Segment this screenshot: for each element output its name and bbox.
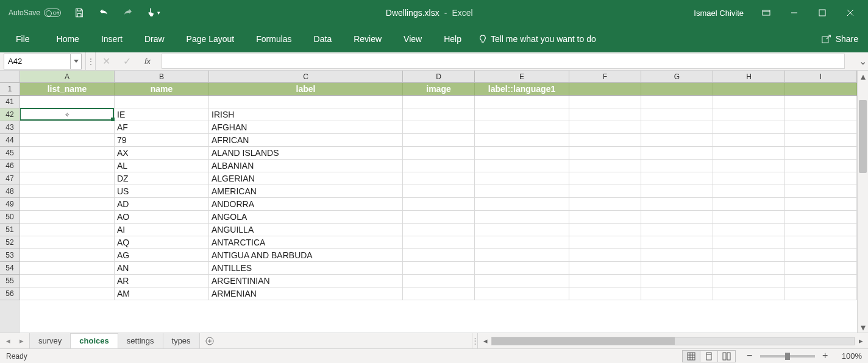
sheet-tab-survey[interactable]: survey	[30, 333, 71, 348]
cell-H53[interactable]	[713, 249, 785, 262]
row-header-52[interactable]: 52	[0, 236, 20, 249]
tab-insert[interactable]: Insert	[90, 26, 133, 52]
cell-F41[interactable]	[569, 96, 641, 108]
cell-E56[interactable]	[475, 287, 569, 300]
cell-E41[interactable]	[475, 96, 569, 108]
tab-formulas[interactable]: Formulas	[245, 26, 302, 52]
cell-G47[interactable]	[641, 172, 713, 185]
h-scroll-thumb[interactable]	[492, 337, 675, 345]
cell-C41[interactable]	[209, 96, 403, 108]
cell-G46[interactable]	[641, 160, 713, 172]
sheet-nav-next[interactable]: ▸	[15, 336, 28, 345]
cell-G41[interactable]	[641, 96, 713, 108]
cell-C43[interactable]: AFGHAN	[209, 121, 403, 134]
cell-F47[interactable]	[569, 172, 641, 185]
cell-F49[interactable]	[569, 198, 641, 211]
cell-H49[interactable]	[713, 198, 785, 211]
cell-G53[interactable]	[641, 249, 713, 262]
cell-F54[interactable]	[569, 262, 641, 275]
cell-G44[interactable]	[641, 134, 713, 147]
autosave-toggle[interactable]: AutoSave Off	[9, 9, 61, 17]
cell-A53[interactable]	[20, 249, 115, 262]
share-button[interactable]: Share	[821, 33, 868, 44]
cell-C52[interactable]: ANTARCTICA	[209, 236, 403, 249]
row-header-51[interactable]: 51	[0, 224, 20, 236]
cell-I54[interactable]	[785, 262, 857, 275]
ribbon-display-button[interactable]	[752, 0, 780, 26]
header-cell-I[interactable]	[785, 83, 857, 96]
cell-A50[interactable]	[20, 211, 115, 224]
cell-I44[interactable]	[785, 134, 857, 147]
tab-data[interactable]: Data	[303, 26, 343, 52]
cell-B53[interactable]: AG	[115, 249, 209, 262]
cell-E52[interactable]	[475, 236, 569, 249]
cell-B52[interactable]: AQ	[115, 236, 209, 249]
cell-H42[interactable]	[713, 108, 785, 121]
cell-G56[interactable]	[641, 287, 713, 300]
maximize-button[interactable]	[808, 0, 836, 26]
cell-H48[interactable]	[713, 185, 785, 198]
cell-C54[interactable]: ANTILLES	[209, 262, 403, 275]
cell-G52[interactable]	[641, 236, 713, 249]
cell-G51[interactable]	[641, 224, 713, 236]
cell-B41[interactable]	[115, 96, 209, 108]
cell-D45[interactable]	[403, 147, 475, 160]
col-header-H[interactable]: H	[713, 71, 785, 83]
cell-D42[interactable]	[403, 108, 475, 121]
cell-B49[interactable]: AD	[115, 198, 209, 211]
cell-D46[interactable]	[403, 160, 475, 172]
row-header-53[interactable]: 53	[0, 249, 20, 262]
cell-F45[interactable]	[569, 147, 641, 160]
cell-F53[interactable]	[569, 249, 641, 262]
cell-I51[interactable]	[785, 224, 857, 236]
sheet-nav-prev[interactable]: ◂	[1, 336, 15, 345]
cell-F42[interactable]	[569, 108, 641, 121]
cell-H41[interactable]	[713, 96, 785, 108]
cell-I53[interactable]	[785, 249, 857, 262]
row-header-49[interactable]: 49	[0, 198, 20, 211]
cell-A45[interactable]	[20, 147, 115, 160]
cell-E55[interactable]	[475, 275, 569, 287]
tab-file[interactable]: File	[11, 26, 46, 52]
cell-E48[interactable]	[475, 185, 569, 198]
row-header-55[interactable]: 55	[0, 275, 20, 287]
tab-help[interactable]: Help	[433, 26, 472, 52]
cell-A43[interactable]	[20, 121, 115, 134]
cell-B54[interactable]: AN	[115, 262, 209, 275]
cell-B50[interactable]: AO	[115, 211, 209, 224]
cell-F44[interactable]	[569, 134, 641, 147]
tab-page-layout[interactable]: Page Layout	[176, 26, 246, 52]
cell-F46[interactable]	[569, 160, 641, 172]
header-cell-G[interactable]	[641, 83, 713, 96]
horizontal-scrollbar[interactable]: ◂ ▸	[478, 333, 868, 348]
name-box-dropdown[interactable]	[71, 54, 82, 69]
scroll-up-arrow[interactable]: ▴	[858, 71, 868, 82]
close-button[interactable]	[836, 0, 864, 26]
scroll-right-arrow[interactable]: ▸	[856, 336, 866, 345]
header-cell-C[interactable]: label	[209, 83, 403, 96]
cell-A47[interactable]	[20, 172, 115, 185]
row-header-43[interactable]: 43	[0, 121, 20, 134]
cell-I52[interactable]	[785, 236, 857, 249]
expand-formula-bar[interactable]: ⌄	[857, 52, 868, 70]
cell-G42[interactable]	[641, 108, 713, 121]
vertical-scrollbar[interactable]: ▴ ▾	[857, 71, 868, 333]
cell-H51[interactable]	[713, 224, 785, 236]
cell-D49[interactable]	[403, 198, 475, 211]
cell-G48[interactable]	[641, 185, 713, 198]
cell-D51[interactable]	[403, 224, 475, 236]
col-header-G[interactable]: G	[641, 71, 713, 83]
cell-I49[interactable]	[785, 198, 857, 211]
row-header-41[interactable]: 41	[0, 96, 20, 108]
cell-B45[interactable]: AX	[115, 147, 209, 160]
zoom-value[interactable]: 100%	[842, 351, 862, 361]
cell-D44[interactable]	[403, 134, 475, 147]
cell-H44[interactable]	[713, 134, 785, 147]
cell-D55[interactable]	[403, 275, 475, 287]
col-header-A[interactable]: A	[20, 71, 115, 83]
header-cell-E[interactable]: label::language1	[475, 83, 569, 96]
col-header-F[interactable]: F	[569, 71, 641, 83]
header-cell-F[interactable]	[569, 83, 641, 96]
cell-I45[interactable]	[785, 147, 857, 160]
cell-C48[interactable]: AMERICAN	[209, 185, 403, 198]
